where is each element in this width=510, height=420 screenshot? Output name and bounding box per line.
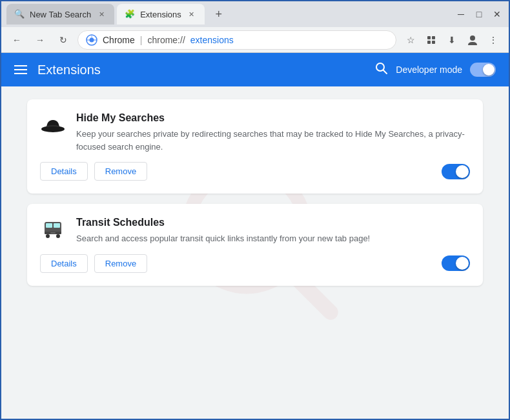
ext-toggle-knob-1 [456,165,469,178]
svg-rect-5 [427,41,431,44]
ext-toggle-knob-2 [456,257,469,270]
extensions-toolbar-icon[interactable] [422,31,440,49]
svg-rect-14 [46,223,52,228]
back-button[interactable]: ← [8,31,26,49]
tab-close-1[interactable]: ✕ [96,9,107,19]
tab-title-2: Extensions [140,10,181,19]
svg-rect-3 [427,36,431,39]
ext-footer-2: Details Remove [40,254,470,273]
ext-header-2: Transit Schedules Search and access popu… [40,217,470,245]
details-button-1[interactable]: Details [40,162,88,181]
svg-rect-19 [50,232,56,234]
hide-my-searches-icon [40,112,66,138]
remove-button-1[interactable]: Remove [94,162,147,181]
hamburger-menu[interactable] [14,65,27,74]
svg-point-7 [470,35,475,41]
extensions-header: Extensions Developer mode [1,53,509,86]
download-icon[interactable]: ⬇ [443,31,461,49]
minimize-button[interactable]: ─ [454,8,467,21]
hamburger-line-3 [14,73,27,74]
ext-desc-1: Keep your searches private by redirectin… [76,128,470,153]
maximize-button[interactable]: □ [473,8,485,21]
chrome-globe-icon [86,34,97,46]
toolbar-icons: ☆ ⬇ ⋮ [402,31,502,49]
developer-mode-label: Developer mode [396,65,462,75]
extensions-page-title: Extensions [37,63,101,77]
svg-point-18 [56,234,60,238]
ext-footer-1: Details Remove [40,162,470,181]
profile-icon[interactable] [464,31,482,49]
search-tab-icon: 🔍 [14,9,25,19]
svg-point-8 [376,63,384,71]
main-content: fish.com [1,86,509,419]
address-bar-row: ← → ↻ Chrome | chrome://extensions ☆ [1,27,509,53]
url-path: extensions [190,35,234,45]
remove-button-2[interactable]: Remove [94,254,147,273]
developer-mode-toggle[interactable] [470,63,496,77]
ext-header-1: Hide My Searches Keep your searches priv… [40,112,470,153]
ext-toggle-1[interactable] [442,164,470,179]
title-bar: 🔍 New Tab Search ✕ 🧩 Extensions ✕ + ─ □ … [1,1,509,27]
ext-name-2: Transit Schedules [76,217,470,228]
header-right: Developer mode [375,62,496,78]
tab-extensions[interactable]: 🧩 Extensions ✕ [117,4,205,25]
svg-rect-4 [432,36,435,39]
header-search-icon[interactable] [375,62,388,78]
url-divider: | [140,35,143,45]
browser-window: 🔍 New Tab Search ✕ 🧩 Extensions ✕ + ─ □ … [0,0,510,420]
svg-rect-6 [432,41,435,44]
reload-button[interactable]: ↻ [54,31,72,49]
extension-card-hide-my-searches: Hide My Searches Keep your searches priv… [27,99,483,194]
tab-new-tab-search[interactable]: 🔍 New Tab Search ✕ [6,4,114,25]
menu-icon[interactable]: ⋮ [484,31,502,49]
url-prefix: chrome:// [147,35,185,45]
browser-name-label: Chrome [103,35,135,45]
svg-line-9 [383,70,387,74]
extensions-tab-icon: 🧩 [125,9,135,19]
close-button[interactable]: ✕ [491,8,504,21]
ext-info-2: Transit Schedules Search and access popu… [76,217,470,245]
hamburger-line-2 [14,69,27,70]
window-controls: ─ □ ✕ [454,8,504,21]
extension-card-transit-schedules: Transit Schedules Search and access popu… [27,204,483,286]
new-tab-button[interactable]: + [210,5,228,23]
tab-close-2[interactable]: ✕ [187,9,197,19]
tab-title-1: New Tab Search [30,10,91,19]
ext-info-1: Hide My Searches Keep your searches priv… [76,112,470,153]
toggle-knob [483,64,495,75]
forward-button[interactable]: → [31,31,49,49]
address-bar[interactable]: Chrome | chrome://extensions [77,30,396,50]
details-button-2[interactable]: Details [40,254,88,273]
ext-desc-2: Search and access popular transit quick … [76,232,470,245]
transit-schedules-icon [40,217,66,243]
svg-rect-15 [54,223,60,228]
svg-point-17 [46,234,50,238]
ext-name-1: Hide My Searches [76,112,470,124]
bookmark-icon[interactable]: ☆ [402,31,420,49]
hamburger-line-1 [14,65,27,66]
ext-toggle-2[interactable] [442,255,470,271]
